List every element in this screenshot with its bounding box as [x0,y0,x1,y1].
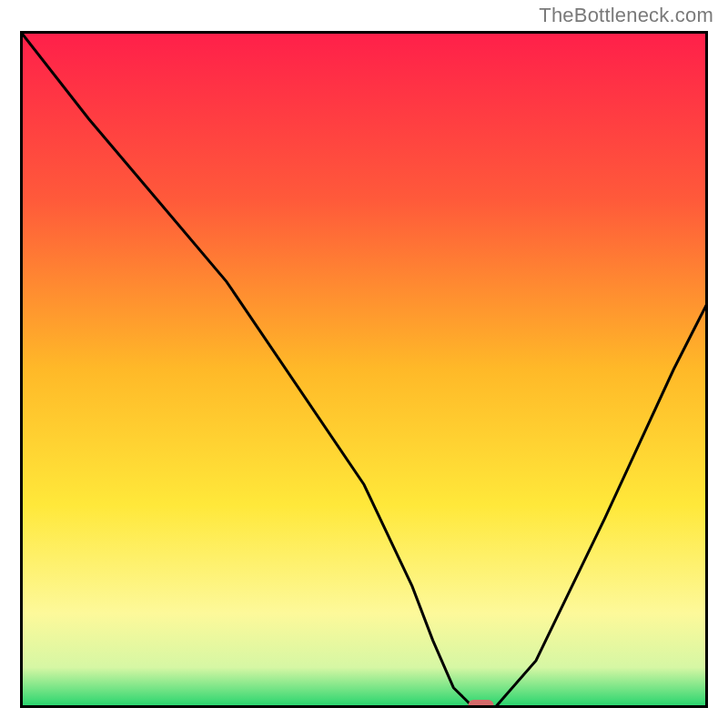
chart-background [20,31,708,708]
watermark-text: TheBottleneck.com [539,4,713,27]
chart-plot-area [20,31,708,708]
chart-svg [20,31,708,708]
